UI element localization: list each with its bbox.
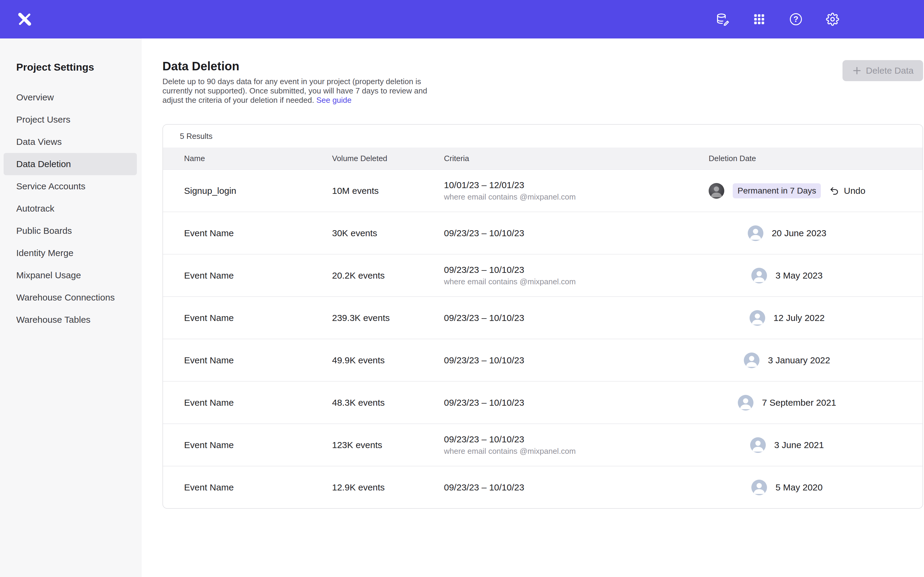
apps-grid-icon[interactable] xyxy=(752,12,766,26)
table-row: Event Name 20.2K events 09/23/23 – 10/10… xyxy=(163,254,922,296)
row-name: Event Name xyxy=(184,313,234,323)
sidebar-item-label: Warehouse Connections xyxy=(16,292,115,303)
row-criteria: 09/23/23 – 10/10/23 xyxy=(444,313,524,323)
see-guide-link[interactable]: See guide xyxy=(317,95,352,105)
row-volume-cell: 10M events xyxy=(332,186,444,196)
column-header-deletion-date: Deletion Date xyxy=(709,154,922,163)
row-deletion-cell: 3 January 2022 xyxy=(709,353,922,368)
deletion-date: 20 June 2023 xyxy=(772,228,827,238)
row-name: Event Name xyxy=(184,228,234,238)
table-row: Event Name 30K events 09/23/23 – 10/10/2… xyxy=(163,211,922,254)
sidebar-item-overview[interactable]: Overview xyxy=(0,86,137,108)
row-criteria: 09/23/23 – 10/10/23 xyxy=(444,355,524,366)
sidebar-item-label: Service Accounts xyxy=(16,181,86,192)
sidebar-item-mixpanel-usage[interactable]: Mixpanel Usage xyxy=(0,264,137,286)
deletion-date: 3 May 2023 xyxy=(775,271,823,281)
row-name-cell: Event Name xyxy=(184,313,332,323)
column-header-name: Name xyxy=(184,154,332,163)
delete-data-button[interactable]: Delete Data xyxy=(843,60,923,81)
row-name-cell: Signup_login xyxy=(184,186,332,196)
row-volume: 20.2K events xyxy=(332,271,385,281)
sidebar-item-warehouse-tables[interactable]: Warehouse Tables xyxy=(0,309,137,331)
column-header-volume: Volume Deleted xyxy=(332,154,444,163)
row-name-cell: Event Name xyxy=(184,228,332,238)
sidebar-item-label: Data Views xyxy=(16,137,61,147)
row-deletion-cell: Permanent in 7 Days Undo xyxy=(709,183,922,199)
row-name: Event Name xyxy=(184,440,234,450)
undo-icon xyxy=(829,186,840,196)
row-name-cell: Event Name xyxy=(184,355,332,366)
sidebar-item-service-accounts[interactable]: Service Accounts xyxy=(0,175,137,197)
person-icon xyxy=(751,480,767,495)
page-title: Data Deletion xyxy=(162,59,436,73)
undo-button[interactable]: Undo xyxy=(829,186,865,196)
sidebar-item-label: Project Users xyxy=(16,114,70,125)
row-deletion-cell: 20 June 2023 xyxy=(709,226,922,241)
row-deletion-cell: 3 May 2023 xyxy=(709,268,922,284)
row-volume-cell: 12.9K events xyxy=(332,482,444,493)
help-icon[interactable]: ? xyxy=(789,12,803,26)
row-volume-cell: 239.3K events xyxy=(332,313,444,323)
row-volume-cell: 20.2K events xyxy=(332,271,444,281)
row-volume-cell: 48.3K events xyxy=(332,398,444,408)
user-avatar xyxy=(751,480,767,495)
sidebar-nav-list: Overview Project Users Data Views Data D… xyxy=(0,86,141,331)
user-avatar xyxy=(738,395,753,411)
sidebar-item-data-views[interactable]: Data Views xyxy=(0,131,137,153)
sidebar-item-identity-merge[interactable]: Identity Merge xyxy=(0,242,137,264)
person-icon xyxy=(738,395,753,411)
row-name-cell: Event Name xyxy=(184,271,332,281)
user-avatar xyxy=(709,183,724,199)
row-criteria-cell: 09/23/23 – 10/10/23 xyxy=(444,398,709,408)
sidebar-item-data-deletion[interactable]: Data Deletion xyxy=(3,153,137,175)
main-content: Data Deletion Delete up to 90 days data … xyxy=(141,39,924,577)
person-icon xyxy=(709,183,724,199)
user-avatar xyxy=(750,437,766,453)
page-description: Delete up to 90 days data for any event … xyxy=(162,77,436,105)
row-deletion-cell: 3 June 2021 xyxy=(709,437,922,453)
person-icon xyxy=(750,310,765,326)
results-count: 5 Results xyxy=(163,125,922,148)
row-volume-cell: 123K events xyxy=(332,440,444,450)
column-header-criteria: Criteria xyxy=(444,154,709,163)
sidebar-item-label: Data Deletion xyxy=(16,159,71,169)
sidebar-item-autotrack[interactable]: Autotrack xyxy=(0,197,137,220)
delete-data-label: Delete Data xyxy=(866,66,913,76)
user-avatar xyxy=(751,268,767,284)
mixpanel-logo[interactable] xyxy=(17,11,32,27)
sidebar-item-label: Autotrack xyxy=(16,203,55,214)
row-criteria: 09/23/23 – 10/10/23 xyxy=(444,265,524,275)
sidebar-item-label: Mixpanel Usage xyxy=(16,270,81,280)
row-criteria-cell: 09/23/23 – 10/10/23 xyxy=(444,482,709,493)
description-text: Delete up to 90 days data for any event … xyxy=(162,77,427,105)
row-criteria-detail: where email contains @mixpanel.com xyxy=(444,192,576,201)
settings-gear-icon[interactable] xyxy=(825,12,840,26)
sidebar-item-warehouse-connections[interactable]: Warehouse Connections xyxy=(0,286,137,309)
topbar-icons: ? xyxy=(715,12,840,26)
row-volume: 30K events xyxy=(332,228,377,238)
sidebar-item-label: Overview xyxy=(16,92,54,103)
deletion-date: 5 May 2020 xyxy=(775,482,823,493)
row-volume: 48.3K events xyxy=(332,398,385,408)
table-row: Signup_login 10M events 10/01/23 – 12/01… xyxy=(163,169,922,211)
main-header: Data Deletion Delete up to 90 days data … xyxy=(162,59,923,105)
row-volume-cell: 49.9K events xyxy=(332,355,444,366)
sidebar-item-public-boards[interactable]: Public Boards xyxy=(0,220,137,242)
row-volume: 12.9K events xyxy=(332,482,385,493)
person-icon xyxy=(744,353,759,368)
row-criteria-cell: 09/23/23 – 10/10/23 xyxy=(444,355,709,366)
sidebar-item-project-users[interactable]: Project Users xyxy=(0,108,137,131)
row-name: Signup_login xyxy=(184,186,236,196)
sidebar-item-label: Identity Merge xyxy=(16,248,73,258)
row-volume: 123K events xyxy=(332,440,382,450)
person-icon xyxy=(748,226,763,241)
row-name: Event Name xyxy=(184,482,234,493)
row-deletion-cell: 12 July 2022 xyxy=(709,310,922,326)
user-avatar xyxy=(744,353,759,368)
user-avatar xyxy=(748,226,763,241)
sidebar: Project Settings Overview Project Users … xyxy=(0,39,141,577)
data-management-icon[interactable] xyxy=(715,12,730,26)
row-name: Event Name xyxy=(184,271,234,281)
table-body: Signup_login 10M events 10/01/23 – 12/01… xyxy=(163,169,922,508)
row-volume: 49.9K events xyxy=(332,355,385,366)
